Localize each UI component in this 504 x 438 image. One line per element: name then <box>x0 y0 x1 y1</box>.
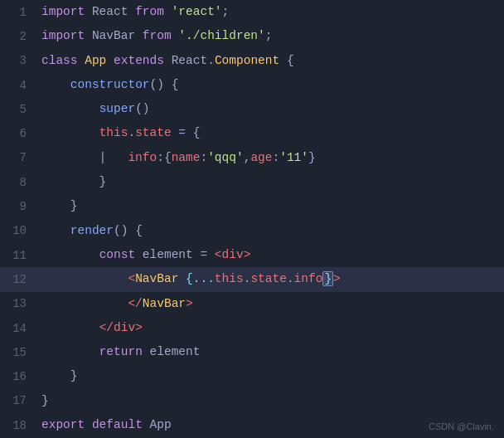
line-content-9: } <box>41 194 504 218</box>
code-line-17: 17 } <box>0 389 504 413</box>
line-number-5: 5 <box>0 103 41 116</box>
line-number-14: 14 <box>0 322 41 335</box>
line-number-2: 2 <box>0 30 41 43</box>
line-content-16: } <box>41 364 504 388</box>
line-content-13: </NavBar> <box>41 292 504 316</box>
line-content-3: class App extends React.Component { <box>41 49 504 73</box>
code-line-15: 15 return element <box>0 340 504 364</box>
line-content-17: } <box>41 389 504 413</box>
line-number-15: 15 <box>0 346 41 359</box>
line-content-2: import NavBar from './children'; <box>41 24 504 48</box>
line-content-7: | info:{name:'qqq',age:'11'} <box>41 146 504 170</box>
line-number-4: 4 <box>0 79 41 92</box>
code-line-3: 3 class App extends React.Component { <box>0 49 504 73</box>
line-number-6: 6 <box>0 127 41 140</box>
line-content-14: </div> <box>41 316 504 340</box>
line-number-7: 7 <box>0 151 41 164</box>
line-content-1: import React from 'react'; <box>41 0 504 24</box>
line-number-1: 1 <box>0 6 41 19</box>
line-number-17: 17 <box>0 394 41 407</box>
code-line-5: 5 super() <box>0 97 504 121</box>
line-content-5: super() <box>41 97 504 121</box>
code-line-14: 14 </div> <box>0 316 504 340</box>
line-number-11: 11 <box>0 249 41 262</box>
code-line-1: 1 import React from 'react'; <box>0 0 504 24</box>
line-number-13: 13 <box>0 297 41 310</box>
line-number-8: 8 <box>0 176 41 189</box>
code-line-7: 7 | info:{name:'qqq',age:'11'} <box>0 146 504 170</box>
line-number-10: 10 <box>0 224 41 237</box>
code-editor: 1 import React from 'react'; 2 import Na… <box>0 0 504 438</box>
line-number-3: 3 <box>0 54 41 67</box>
code-line-4: 4 constructor() { <box>0 73 504 97</box>
line-content-10: render() { <box>41 219 504 243</box>
code-line-8: 8 } <box>0 170 504 194</box>
line-content-15: return element <box>41 340 504 364</box>
code-line-13: 13 </NavBar> <box>0 292 504 316</box>
code-line-6: 6 this.state = { <box>0 121 504 145</box>
line-number-12: 12 <box>0 273 41 286</box>
code-line-12: 12 <NavBar {...this.state.info}> <box>0 267 504 291</box>
watermark: CSDN @Clavin. <box>429 421 494 431</box>
code-line-10: 10 render() { <box>0 219 504 243</box>
line-content-12: <NavBar {...this.state.info}> <box>41 267 504 291</box>
line-number-16: 16 <box>0 370 41 383</box>
code-line-9: 9 } <box>0 194 504 218</box>
line-content-6: this.state = { <box>41 121 504 145</box>
line-number-9: 9 <box>0 200 41 213</box>
line-content-8: } <box>41 170 504 194</box>
line-content-11: const element = <div> <box>41 243 504 267</box>
code-line-16: 16 } <box>0 364 504 388</box>
code-line-2: 2 import NavBar from './children'; <box>0 24 504 48</box>
line-content-4: constructor() { <box>41 73 504 97</box>
code-line-11: 11 const element = <div> <box>0 243 504 267</box>
line-number-18: 18 <box>0 419 41 432</box>
